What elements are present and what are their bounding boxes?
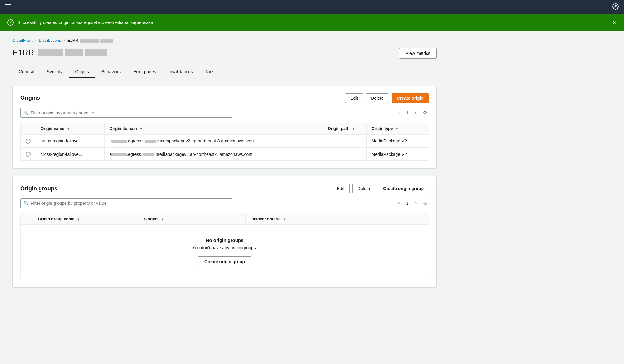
origins-row1-domain-redacted-1 <box>112 140 127 143</box>
breadcrumb-separator-1: › <box>35 38 36 43</box>
origins-row2-domain: e.egress.l.mediapackagev2.ap-northeast-1… <box>104 147 323 160</box>
og-name-sort-icon: ▼ <box>77 218 80 221</box>
origins-row1-checkbox[interactable] <box>21 134 36 148</box>
origin-groups-filter-input[interactable] <box>20 198 232 208</box>
page-title-redacted-2 <box>65 49 83 56</box>
origins-col-path[interactable]: Origin path ▼ <box>323 123 366 134</box>
title-redacted-1 <box>80 39 99 43</box>
origins-col-name[interactable]: Origin name ▼ <box>36 123 104 134</box>
svg-point-4 <box>615 5 617 7</box>
menu-icon[interactable] <box>5 3 11 11</box>
origins-domain-sort-icon: ▼ <box>139 127 143 131</box>
tab-general[interactable]: General <box>12 66 41 78</box>
origin-groups-search-icon: 🔍 <box>23 201 29 206</box>
origins-pagination: ‹ 1 › ⚙ <box>396 109 429 116</box>
breadcrumb-distributions[interactable]: Distributions <box>39 38 61 43</box>
origin-groups-page-number: 1 <box>404 201 411 206</box>
origin-groups-table: Origin group name ▼ Origins ▼ Failover c… <box>21 213 429 280</box>
origins-type-sort-icon: ▼ <box>395 127 399 131</box>
origins-row2-checkbox[interactable] <box>21 147 36 160</box>
origins-prev-page-button[interactable]: ‹ <box>396 109 402 116</box>
origins-table-wrapper: Origin name ▼ Origin domain ▼ Origin pat… <box>20 123 429 161</box>
origins-col-checkbox <box>21 123 36 134</box>
tab-error-pages[interactable]: Error pages <box>127 66 162 78</box>
origins-row1-name: cross-region-failove... <box>36 134 104 148</box>
page-title: E1RR <box>12 48 107 58</box>
origins-delete-button[interactable]: Delete <box>366 93 389 103</box>
title-redacted-2 <box>100 39 113 43</box>
empty-state-title: No origin groups <box>28 237 421 243</box>
account-settings-icon[interactable] <box>612 3 619 12</box>
origins-row2-path <box>323 147 366 160</box>
origin-groups-empty-state: No origin groups You don't have any orig… <box>21 225 429 280</box>
origin-groups-filter-row: 🔍 ‹ 1 › ⚙ <box>20 198 429 208</box>
origin-groups-table-settings-button[interactable]: ⚙ <box>421 200 429 207</box>
origin-groups-section-title: Origin groups <box>20 185 57 192</box>
tab-security[interactable]: Security <box>41 66 69 78</box>
origins-next-page-button[interactable]: › <box>413 109 418 116</box>
notification-bar: Successfully created origin cross-region… <box>0 14 624 31</box>
origin-groups-empty-row: No origin groups You don't have any orig… <box>21 225 429 280</box>
create-origin-group-button-empty[interactable]: Create origin group <box>198 256 251 267</box>
success-icon <box>7 19 14 26</box>
svg-rect-1 <box>5 7 11 7</box>
origins-edit-button[interactable]: Edit <box>345 93 363 103</box>
create-origin-group-button-top[interactable]: Create origin group <box>378 184 429 193</box>
origin-groups-prev-page-button[interactable]: ‹ <box>396 200 402 207</box>
og-failover-sort-icon: ▼ <box>283 218 286 221</box>
origins-row2-domain-redacted-1 <box>112 153 127 156</box>
origin-groups-edit-button[interactable]: Edit <box>332 184 350 193</box>
page-title-redacted-3 <box>85 49 107 56</box>
svg-rect-2 <box>5 9 11 9</box>
origins-row2-name: cross-region-failove... <box>36 147 104 160</box>
og-col-name[interactable]: Origin group name ▼ <box>33 213 139 225</box>
table-row: cross-region-failove... n.egress.o.media… <box>21 134 429 148</box>
table-row: cross-region-failove... e.egress.l.media… <box>21 147 429 160</box>
origin-groups-delete-button[interactable]: Delete <box>352 184 375 193</box>
notification-message: Successfully created origin cross-region… <box>17 20 154 25</box>
og-col-checkbox <box>21 213 33 225</box>
origins-section-title: Origins <box>20 95 40 101</box>
origin-groups-card: Origin groups Edit Delete Create origin … <box>12 176 437 288</box>
origins-table: Origin name ▼ Origin domain ▼ Origin pat… <box>21 123 429 161</box>
origins-path-sort-icon: ▼ <box>352 127 355 131</box>
origins-row2-domain-redacted-2 <box>143 153 154 156</box>
tab-tags[interactable]: Tags <box>199 66 221 78</box>
origins-row1-domain: n.egress.o.mediapackagev2.ap-northeast-3… <box>104 134 323 148</box>
notification-close-button[interactable]: × <box>613 19 617 26</box>
empty-state-description: You don't have any origin groups. <box>28 245 421 250</box>
origins-name-sort-icon: ▼ <box>66 127 70 131</box>
tab-invalidations[interactable]: Invalidations <box>162 66 199 78</box>
origin-groups-next-page-button[interactable]: › <box>413 200 418 207</box>
breadcrumb-cloudfront[interactable]: CloudFront <box>12 38 32 43</box>
svg-rect-0 <box>5 4 11 5</box>
og-col-failover[interactable]: Failover criteria ▼ <box>245 213 429 225</box>
top-navigation-bar <box>0 0 624 14</box>
view-metrics-button[interactable]: View metrics <box>399 48 437 59</box>
origins-table-settings-button[interactable]: ⚙ <box>421 109 429 116</box>
main-content: CloudFront › Distributions › E1RR E1RR V… <box>0 31 449 303</box>
create-origin-button[interactable]: Create origin <box>392 93 429 103</box>
origins-col-domain[interactable]: Origin domain ▼ <box>104 123 323 134</box>
origins-page-number: 1 <box>404 110 411 115</box>
og-origins-sort-icon: ▼ <box>161 218 164 221</box>
origin-groups-pagination: ‹ 1 › ⚙ <box>396 200 429 207</box>
breadcrumb-separator-2: › <box>64 38 65 43</box>
breadcrumb: CloudFront › Distributions › E1RR <box>12 38 437 43</box>
tab-origins[interactable]: Origins <box>69 66 95 78</box>
origins-row1-type: MediaPackage V2 <box>366 134 429 148</box>
tabs: General Security Origins Behaviors Error… <box>12 66 437 78</box>
origins-card-header: Origins Edit Delete Create origin <box>20 93 429 103</box>
origins-filter-wrapper: 🔍 <box>20 108 232 118</box>
origins-row1-domain-redacted-2 <box>145 140 156 143</box>
og-col-origins[interactable]: Origins ▼ <box>139 213 245 225</box>
origins-filter-input[interactable] <box>20 108 232 118</box>
origin-groups-table-wrapper: Origin group name ▼ Origins ▼ Failover c… <box>20 213 429 280</box>
origin-groups-card-header: Origin groups Edit Delete Create origin … <box>20 184 429 193</box>
origins-col-type[interactable]: Origin type ▼ <box>366 123 429 134</box>
tab-behaviors[interactable]: Behaviors <box>95 66 127 78</box>
origins-filter-row: 🔍 ‹ 1 › ⚙ <box>20 108 429 118</box>
origins-card-actions: Edit Delete Create origin <box>345 93 429 103</box>
breadcrumb-current: E1RR <box>67 38 113 43</box>
page-title-redacted-1 <box>38 49 63 56</box>
